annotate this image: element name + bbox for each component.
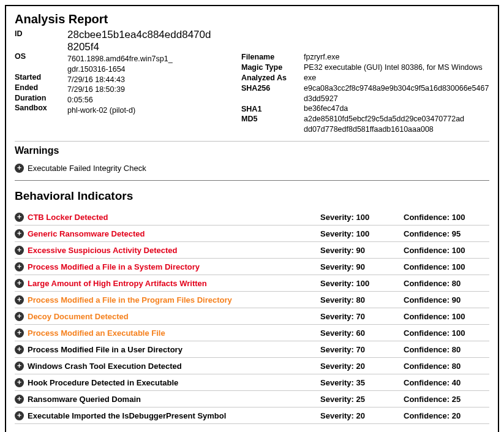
indicator-row[interactable]: Excessive Suspicious Activity DetectedSe… bbox=[15, 242, 489, 259]
expand-icon[interactable] bbox=[15, 411, 24, 420]
indicator-name: Windows Crash Tool Execution Detected bbox=[28, 362, 317, 371]
indicator-confidence: Confidence: 100 bbox=[404, 262, 489, 271]
expand-icon[interactable] bbox=[15, 229, 24, 238]
expand-icon[interactable] bbox=[15, 213, 24, 222]
indicator-confidence: Confidence: 20 bbox=[404, 411, 489, 420]
indicator-confidence: Confidence: 100 bbox=[404, 246, 489, 255]
indicator-confidence: Confidence: 100 bbox=[404, 213, 489, 222]
label-ended: Ended bbox=[15, 83, 59, 93]
label-started: Started bbox=[15, 72, 59, 83]
indicator-confidence: Confidence: 80 bbox=[404, 345, 489, 354]
expand-icon[interactable] bbox=[15, 345, 24, 354]
indicator-name: Excessive Suspicious Activity Detected bbox=[28, 246, 317, 255]
indicator-row[interactable]: Process Modified an Executable FileSever… bbox=[15, 325, 489, 341]
indicator-name: Ransomware Queried Domain bbox=[28, 395, 317, 404]
indicators-list: CTB Locker DetectedSeverity: 100Confiden… bbox=[15, 209, 489, 424]
indicator-confidence: Confidence: 40 bbox=[404, 378, 489, 387]
expand-icon[interactable] bbox=[15, 279, 24, 288]
expand-icon[interactable] bbox=[15, 246, 24, 255]
indicator-row[interactable]: Large Amount of High Entropy Artifacts W… bbox=[15, 275, 489, 292]
label-magic: Magic Type bbox=[241, 63, 295, 73]
indicator-name: Large Amount of High Entropy Artifacts W… bbox=[28, 279, 317, 288]
indicator-row[interactable]: Decoy Document DetectedSeverity: 70Confi… bbox=[15, 308, 489, 325]
indicator-severity: Severity: 100 bbox=[320, 279, 400, 288]
indicator-severity: Severity: 25 bbox=[320, 395, 400, 404]
indicator-confidence: Confidence: 100 bbox=[404, 328, 489, 338]
value-duration: 0:05:56 bbox=[67, 95, 241, 105]
page-title: Analysis Report bbox=[15, 12, 489, 26]
indicator-severity: Severity: 70 bbox=[320, 312, 400, 321]
value-filename: fpzryrf.exe bbox=[304, 52, 489, 63]
value-id-line2: 8205f4 bbox=[67, 41, 241, 53]
indicator-name: Process Modified a File in the Program F… bbox=[28, 295, 317, 305]
indicator-confidence: Confidence: 100 bbox=[404, 312, 489, 321]
indicator-name: Process Modified a File in a System Dire… bbox=[28, 262, 317, 271]
label-sandbox: Sandbox bbox=[15, 103, 59, 113]
indicator-row[interactable]: Windows Crash Tool Execution DetectedSev… bbox=[15, 358, 489, 374]
label-sha1: SHA1 bbox=[241, 104, 295, 115]
indicator-name: Process Modified an Executable File bbox=[28, 328, 317, 338]
behavioral-heading: Behavioral Indicators bbox=[15, 189, 489, 203]
indicator-row[interactable]: Process Modified a File in a System Dire… bbox=[15, 259, 489, 275]
value-md5: dd07d778edf8d581ffaadb1610aaa008 bbox=[304, 124, 489, 135]
indicator-severity: Severity: 20 bbox=[320, 411, 400, 420]
value-os-line2: gdr.150316-1654 bbox=[67, 64, 241, 75]
indicator-name: Generic Ransomware Detected bbox=[28, 229, 317, 238]
label-sha256: SHA256 bbox=[241, 83, 295, 94]
indicator-confidence: Confidence: 95 bbox=[404, 229, 489, 238]
value-magic: PE32 executable (GUI) Intel 80386, for M… bbox=[304, 63, 489, 73]
value-sha256-line1: e9ca08a3cc2f8c9748a9e9b304c9f5a16d830066… bbox=[304, 83, 489, 104]
indicator-name: Decoy Document Detected bbox=[28, 312, 317, 321]
indicator-severity: Severity: 80 bbox=[320, 295, 400, 305]
value-id-line1: 28cbee15b1ea4c884edd8470d bbox=[67, 29, 241, 41]
warnings-heading: Warnings bbox=[15, 145, 489, 156]
metadata-grid: ID OS Started Ended Duration Sandbox 28c… bbox=[15, 29, 489, 135]
indicator-row[interactable]: Ransomware Queried DomainSeverity: 25Con… bbox=[15, 391, 489, 407]
indicator-severity: Severity: 60 bbox=[320, 328, 400, 338]
indicator-severity: Severity: 100 bbox=[320, 229, 400, 238]
label-md5: MD5 bbox=[241, 114, 295, 124]
indicator-severity: Severity: 70 bbox=[320, 345, 400, 354]
indicator-name: Executable Imported the IsDebuggerPresen… bbox=[28, 411, 317, 420]
label-os: OS bbox=[15, 51, 59, 62]
value-sha256-line2: be36fec47da bbox=[304, 104, 489, 114]
expand-icon[interactable] bbox=[15, 312, 24, 321]
value-analyzed: exe bbox=[304, 73, 489, 83]
indicator-row[interactable]: Process Modified File in a User Director… bbox=[15, 341, 489, 358]
analysis-report: Analysis Report ID OS Started Ended Dura… bbox=[5, 5, 499, 432]
label-id: ID bbox=[15, 29, 59, 39]
indicator-name: Process Modified File in a User Director… bbox=[28, 345, 317, 354]
divider bbox=[15, 180, 489, 181]
expand-icon[interactable] bbox=[15, 395, 24, 404]
value-started: 7/29/16 18:44:43 bbox=[67, 75, 241, 85]
label-analyzed: Analyzed As bbox=[241, 73, 295, 83]
warning-row[interactable]: Executable Failed Integrity Check bbox=[15, 161, 489, 175]
value-ended: 7/29/16 18:50:39 bbox=[67, 85, 241, 95]
divider bbox=[15, 141, 489, 142]
expand-icon[interactable] bbox=[15, 328, 24, 338]
indicator-severity: Severity: 35 bbox=[320, 378, 400, 387]
value-os-line1: 7601.1898.amd64fre.win7sp1_ bbox=[67, 54, 241, 64]
indicator-row[interactable]: Hook Procedure Detected in ExecutableSev… bbox=[15, 374, 489, 391]
indicator-confidence: Confidence: 90 bbox=[404, 295, 489, 305]
expand-icon[interactable] bbox=[15, 164, 24, 173]
expand-icon[interactable] bbox=[15, 262, 24, 271]
indicator-severity: Severity: 100 bbox=[320, 213, 400, 222]
indicator-row[interactable]: Executable Imported the IsDebuggerPresen… bbox=[15, 407, 489, 424]
indicator-confidence: Confidence: 80 bbox=[404, 362, 489, 371]
indicator-row[interactable]: Generic Ransomware DetectedSeverity: 100… bbox=[15, 225, 489, 242]
warnings-list: Executable Failed Integrity Check bbox=[15, 161, 489, 175]
label-duration: Duration bbox=[15, 93, 59, 104]
value-sandbox: phl-work-02 (pilot-d) bbox=[67, 105, 241, 116]
warning-text: Executable Failed Integrity Check bbox=[28, 164, 146, 173]
expand-icon[interactable] bbox=[15, 378, 24, 387]
expand-icon[interactable] bbox=[15, 362, 24, 371]
indicator-row[interactable]: CTB Locker DetectedSeverity: 100Confiden… bbox=[15, 209, 489, 225]
indicator-name: CTB Locker Detected bbox=[28, 213, 317, 222]
indicator-confidence: Confidence: 25 bbox=[404, 395, 489, 404]
indicator-severity: Severity: 90 bbox=[320, 262, 400, 271]
value-sha1: a2de85810fd5ebcf29c5da5dd29ce03470772ad bbox=[304, 114, 489, 124]
expand-icon[interactable] bbox=[15, 295, 24, 305]
indicator-row[interactable]: Process Modified a File in the Program F… bbox=[15, 292, 489, 308]
indicator-confidence: Confidence: 80 bbox=[404, 279, 489, 288]
